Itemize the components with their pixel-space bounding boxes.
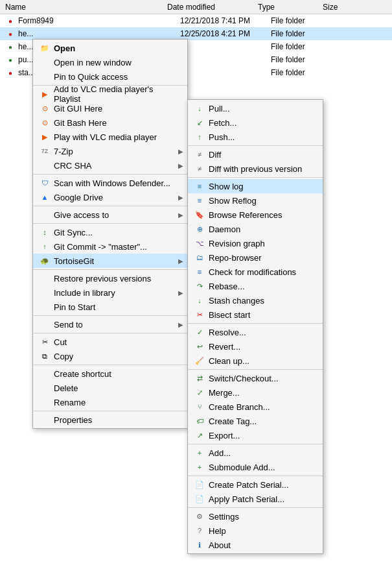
- menu-item-git-bash[interactable]: ⊙ Git Bash Here: [33, 115, 187, 130]
- apply-patch-icon: 📄: [193, 494, 206, 504]
- file-status-icon: ●: [5, 16, 16, 26]
- menu-item-git-gui[interactable]: ⊙ Git GUI Here: [33, 101, 187, 115]
- menu-item-git-sync[interactable]: ↕ Git Sync...: [33, 225, 187, 239]
- submenu-fetch[interactable]: ↙ Fetch...: [188, 115, 323, 130]
- create-tag-icon: 🏷: [193, 416, 206, 426]
- menu-item-tortoisegit[interactable]: 🐢 TortoiseGit ▶: [33, 254, 187, 268]
- sub-sep-6: [188, 476, 323, 476]
- restore-icon: [38, 273, 51, 283]
- submenu-create-branch[interactable]: ⑂ Create Branch...: [188, 400, 323, 414]
- file-status-icon: ●: [5, 67, 16, 78]
- separator-6: [33, 315, 187, 316]
- submenu-add[interactable]: + Add...: [188, 446, 323, 460]
- submenu-show-log[interactable]: ≡ Show log: [188, 179, 323, 193]
- menu-item-open[interactable]: 📁 Open: [33, 41, 187, 55]
- menu-item-restore[interactable]: Restore previous versions: [33, 271, 187, 285]
- merge-icon: ⤢: [193, 387, 206, 398]
- submenu-switch[interactable]: ⇄ Switch/Checkout...: [188, 371, 323, 385]
- submenu-merge[interactable]: ⤢ Merge...: [188, 385, 323, 400]
- submenu-daemon[interactable]: ⊕ Daemon: [188, 222, 323, 236]
- submenu-browse-refs[interactable]: 🔖 Browse References: [188, 208, 323, 222]
- menu-item-defender[interactable]: 🛡 Scan with Windows Defender...: [33, 176, 187, 190]
- menu-item-pin-quick[interactable]: Pin to Quick access: [33, 69, 187, 84]
- revert-icon: ↩: [193, 341, 206, 352]
- submenu-revision-graph[interactable]: ⌥ Revision graph: [188, 236, 323, 250]
- menu-item-vlc-play[interactable]: ▶ Play with VLC media player: [33, 130, 187, 144]
- sub-sep-3: [188, 323, 323, 324]
- submenu-rebase[interactable]: ↷ Rebase...: [188, 279, 323, 293]
- file-status-icon: ●: [5, 42, 16, 52]
- copy-icon: ⧉: [38, 351, 51, 361]
- file-type: File folder: [271, 42, 336, 51]
- submenu-check-mods[interactable]: ≡ Check for modifications: [188, 265, 323, 279]
- menu-item-7zip[interactable]: 7Z 7-Zip ▶: [33, 144, 187, 158]
- give-access-icon: [38, 210, 51, 220]
- file-date: 12/21/2018 7:41 PM: [180, 16, 271, 25]
- menu-item-gdrive[interactable]: ▲ Google Drive ▶: [33, 190, 187, 204]
- submenu-bisect[interactable]: ✂ Bisect start: [188, 307, 323, 322]
- menu-item-open-new-window[interactable]: Open in new window: [33, 55, 187, 69]
- shortcut-icon: [38, 368, 51, 379]
- file-type: File folder: [271, 16, 336, 25]
- rebase-icon: ↷: [193, 281, 206, 291]
- separator-9: [33, 411, 187, 411]
- menu-item-rename[interactable]: Rename: [33, 395, 187, 409]
- submenu-pull[interactable]: ↓ Pull...: [188, 101, 323, 115]
- submenu-submodule-add[interactable]: + Submodule Add...: [188, 460, 323, 474]
- file-row-he1[interactable]: ● he... 12/25/2018 4:21 PM File folder: [0, 27, 392, 40]
- menu-item-properties[interactable]: Properties: [33, 413, 187, 427]
- submenu-cleanup[interactable]: 🧹 Clean up...: [188, 354, 323, 368]
- submenu-push[interactable]: ↑ Push...: [188, 130, 323, 144]
- cleanup-icon: 🧹: [193, 355, 206, 366]
- menu-item-cut[interactable]: ✂ Cut: [33, 335, 187, 349]
- menu-item-vlc-playlist[interactable]: ▶ Add to VLC media player's Playlist: [33, 87, 187, 101]
- menu-item-send-to[interactable]: Send to ▶: [33, 317, 187, 331]
- separator-4: [33, 223, 187, 224]
- submenu-revert[interactable]: ↩ Revert...: [188, 339, 323, 354]
- submenu-repo-browser[interactable]: 🗂 Repo-browser: [188, 250, 323, 265]
- help-icon: ?: [193, 525, 206, 536]
- separator-8: [33, 365, 187, 365]
- resolve-icon: ✓: [193, 327, 206, 337]
- menu-item-delete[interactable]: Delete: [33, 381, 187, 395]
- file-row-form8949[interactable]: ● Form8949 12/21/2018 7:41 PM File folde…: [0, 14, 392, 27]
- bisect-icon: ✂: [193, 309, 206, 320]
- menu-item-include-library[interactable]: Include in library ▶: [33, 285, 187, 300]
- arrow-icon: ▶: [178, 162, 183, 169]
- menu-item-give-access[interactable]: Give access to ▶: [33, 208, 187, 222]
- submenu-about[interactable]: ℹ About: [188, 538, 323, 552]
- show-reflog-icon: ≡: [193, 195, 206, 206]
- submenu-apply-patch[interactable]: 📄 Apply Patch Serial...: [188, 492, 323, 506]
- rename-icon: [38, 397, 51, 407]
- file-status-icon: ●: [5, 29, 16, 39]
- menu-item-pin-start[interactable]: Pin to Start: [33, 300, 187, 314]
- submenu-diff-prev[interactable]: ≠ Diff with previous version: [188, 162, 323, 176]
- menu-item-create-shortcut[interactable]: Create shortcut: [33, 367, 187, 381]
- submenu-export[interactable]: ↗ Export...: [188, 428, 323, 442]
- submenu-create-patch[interactable]: 📄 Create Patch Serial...: [188, 477, 323, 492]
- submenu-stash[interactable]: ↓ Stash changes: [188, 293, 323, 307]
- submenu-settings[interactable]: ⚙ Settings: [188, 509, 323, 524]
- submenu-show-reflog[interactable]: ≡ Show Reflog: [188, 193, 323, 208]
- vlc-icon: ▶: [38, 89, 51, 99]
- switch-icon: ⇄: [193, 373, 206, 383]
- sub-sep-1: [188, 145, 323, 146]
- menu-item-crc[interactable]: CRC SHA ▶: [33, 158, 187, 173]
- gdrive-icon: ▲: [38, 192, 51, 202]
- repo-browser-icon: 🗂: [193, 252, 206, 263]
- about-icon: ℹ: [193, 540, 206, 550]
- file-name: he...: [18, 29, 180, 38]
- submenu-diff[interactable]: ≠ Diff: [188, 147, 323, 162]
- sub-sep-7: [188, 507, 323, 508]
- menu-item-copy[interactable]: ⧉ Copy: [33, 349, 187, 363]
- submenu-help[interactable]: ? Help: [188, 524, 323, 538]
- library-icon: [38, 287, 51, 298]
- submenu-resolve[interactable]: ✓ Resolve...: [188, 325, 323, 339]
- git-bash-icon: ⊙: [38, 117, 51, 128]
- 7zip-icon: 7Z: [38, 146, 51, 156]
- daemon-icon: ⊕: [193, 224, 206, 234]
- create-patch-icon: 📄: [193, 479, 206, 490]
- menu-item-git-commit[interactable]: ↑ Git Commit -> "master"...: [33, 239, 187, 254]
- submenu-create-tag[interactable]: 🏷 Create Tag...: [188, 414, 323, 428]
- tortoise-icon: 🐢: [38, 256, 51, 266]
